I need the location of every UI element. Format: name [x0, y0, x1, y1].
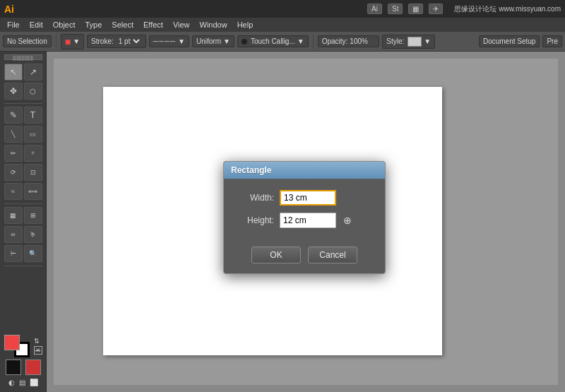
- menu-help[interactable]: Help: [233, 19, 258, 30]
- tool-blend[interactable]: ∞: [4, 226, 23, 243]
- menu-bar: File Edit Object Type Select Effect View…: [0, 18, 565, 32]
- swap-icon[interactable]: ⇅: [34, 338, 42, 345]
- main-area: |||||||||||||||| ↖ ↗ ✥ ⬡ ✎ T ╲ ▭ ✏ 〃 ⟳ ⊡…: [0, 52, 565, 392]
- ruler-indicator: ||||||||||||||||: [4, 54, 42, 60]
- height-input[interactable]: [280, 213, 336, 228]
- tool-group-7: ≈ ⟺: [4, 183, 42, 200]
- dialog-overlay: Rectangle Width: Height: ⊕ OK Cancel: [47, 52, 565, 392]
- menu-window[interactable]: Window: [196, 19, 232, 30]
- tool-group-3: ✎ T: [4, 107, 42, 124]
- pre-btn[interactable]: Pre: [542, 35, 562, 47]
- tool-graph[interactable]: ▦: [4, 207, 23, 224]
- tool-zoom[interactable]: 🔍: [24, 245, 42, 262]
- cancel-button[interactable]: Cancel: [308, 247, 357, 263]
- watermark: 思缘设计论坛 www.missyuan.com: [454, 4, 561, 14]
- tool-scale[interactable]: ⊡: [24, 164, 42, 181]
- menu-type[interactable]: Type: [81, 19, 107, 30]
- brush-value-box[interactable]: Touch Callig...▼: [237, 35, 309, 47]
- app-logo: Ai: [4, 4, 14, 15]
- tool-selection[interactable]: ↖: [4, 64, 23, 81]
- gradient-icon[interactable]: ▤: [19, 379, 25, 386]
- tool-group-9: ∞ 🖰: [4, 226, 42, 243]
- none-fill-icon[interactable]: ⬜: [30, 379, 38, 386]
- tool-sep-1: [4, 103, 42, 104]
- width-label: Width:: [235, 193, 274, 203]
- color-swatches: ⇅ ✕ ◐ ▤ ⬜: [4, 335, 42, 389]
- swatch-main-row: ⇅ ✕: [4, 335, 42, 357]
- tool-group-4: ╲ ▭: [4, 126, 42, 143]
- toolbar-sep-2: [313, 35, 314, 49]
- dialog-buttons: OK Cancel: [224, 244, 385, 273]
- color-mode-icon[interactable]: ◐: [8, 379, 15, 386]
- menu-select[interactable]: Select: [107, 19, 138, 30]
- menu-object[interactable]: Object: [49, 19, 80, 30]
- width-field-row: Width:: [235, 190, 374, 206]
- tool-width[interactable]: ⟺: [24, 183, 42, 200]
- title-icon-4: ✈: [429, 4, 443, 14]
- tool-group-2: ✥ ⬡: [4, 83, 42, 100]
- red-swatch[interactable]: [25, 360, 41, 375]
- fill-swatch[interactable]: [4, 335, 20, 350]
- tool-mesh[interactable]: ⊞: [24, 207, 42, 224]
- doc-setup-btn[interactable]: Document Setup: [479, 35, 540, 47]
- menu-file[interactable]: File: [3, 19, 24, 30]
- style-box[interactable]: Style: ▼: [382, 35, 435, 49]
- bottom-icon-row: ◐ ▤ ⬜: [8, 379, 38, 386]
- tool-paintbrush[interactable]: ✏: [4, 145, 23, 162]
- opacity-box[interactable]: Opacity:: [318, 35, 380, 47]
- tool-line[interactable]: ╲: [4, 126, 23, 143]
- ok-button[interactable]: OK: [251, 247, 301, 263]
- tool-group-10: ⊢ 🔍: [4, 245, 42, 262]
- link-proportional-icon[interactable]: ⊕: [343, 215, 352, 226]
- tools-sidebar: |||||||||||||||| ↖ ↗ ✥ ⬡ ✎ T ╲ ▭ ✏ 〃 ⟳ ⊡…: [0, 52, 47, 392]
- height-label: Height:: [235, 215, 274, 225]
- tool-pencil[interactable]: 〃: [24, 145, 42, 162]
- toolbar: No Selection ■▼ Stroke: 1 pt ──── ▼ Unif…: [0, 32, 565, 52]
- tool-direct-select[interactable]: ↗: [24, 64, 42, 81]
- title-icon-3: ▦: [408, 4, 423, 14]
- menu-edit[interactable]: Edit: [25, 19, 47, 30]
- tool-pen[interactable]: ✎: [4, 107, 23, 124]
- none-icon[interactable]: ✕: [34, 346, 42, 355]
- tool-group-8: ▦ ⊞: [4, 207, 42, 224]
- tool-group-5: ✏ 〃: [4, 145, 42, 162]
- fill-stroke-box[interactable]: ■▼: [61, 34, 84, 49]
- tool-rotate[interactable]: ⟳: [4, 164, 23, 181]
- right-toolbar: Document Setup Pre: [479, 35, 562, 47]
- fill-stroke-swatches[interactable]: [4, 335, 30, 357]
- tool-group-1: ↖ ↗: [4, 64, 42, 81]
- dialog-title: Rectangle: [224, 162, 385, 179]
- tool-warp[interactable]: ≈: [4, 183, 23, 200]
- tool-magic-wand[interactable]: ✥: [4, 83, 23, 100]
- stroke-style-box[interactable]: ──── ▼: [149, 35, 189, 47]
- title-icon-2: St: [388, 4, 403, 14]
- height-field-row: Height: ⊕: [235, 213, 374, 228]
- opacity-input[interactable]: [350, 37, 375, 45]
- canvas-area: Rectangle Width: Height: ⊕ OK Cancel: [47, 52, 565, 392]
- stroke-dropdown[interactable]: 1 pt: [116, 37, 142, 46]
- dialog-body: Width: Height: ⊕: [224, 179, 385, 244]
- tool-rect[interactable]: ▭: [24, 126, 42, 143]
- menu-view[interactable]: View: [169, 19, 194, 30]
- title-bar: Ai Ai St ▦ ✈ 思缘设计论坛 www.missyuan.com: [0, 0, 565, 18]
- extra-swatch-row: [5, 359, 42, 376]
- stroke-weight-box[interactable]: Stroke: 1 pt: [87, 35, 146, 48]
- tool-sep-2: [4, 203, 42, 204]
- tool-group-6: ⟳ ⊡: [4, 164, 42, 181]
- menu-effect[interactable]: Effect: [139, 19, 167, 30]
- tool-eyedrop[interactable]: 🖰: [24, 226, 42, 243]
- title-icons: Ai St ▦ ✈ 思缘设计论坛 www.missyuan.com: [367, 4, 561, 14]
- black-swatch[interactable]: [6, 360, 21, 375]
- brush-type-box[interactable]: Uniform▼: [192, 35, 234, 47]
- toolbar-sep-1: [56, 35, 56, 49]
- tool-measure[interactable]: ⊢: [4, 245, 23, 262]
- selection-indicator: No Selection: [3, 35, 52, 47]
- width-input[interactable]: [280, 190, 336, 206]
- rectangle-dialog: Rectangle Width: Height: ⊕ OK Cancel: [223, 161, 386, 274]
- swap-none-icons: ⇅ ✕: [34, 338, 42, 355]
- tool-sep-3: [4, 266, 42, 266]
- tool-lasso[interactable]: ⬡: [24, 83, 42, 100]
- title-icon-1: Ai: [367, 4, 382, 14]
- tool-type[interactable]: T: [24, 107, 42, 124]
